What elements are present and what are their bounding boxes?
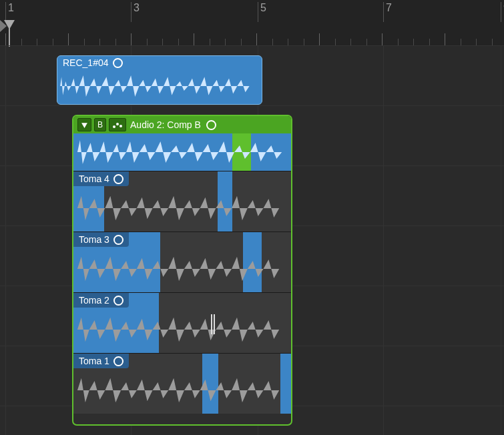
take-row[interactable]: Toma 4 bbox=[73, 171, 291, 232]
comp-selector-button[interactable]: B bbox=[94, 118, 106, 131]
loop-icon bbox=[113, 356, 123, 366]
tracks-area[interactable]: REC_1#04 B Audio 2: Comp B bbox=[0, 45, 504, 435]
svg-point-1 bbox=[116, 123, 119, 125]
ruler-bar-number: 1 bbox=[8, 2, 14, 14]
audio-region-rec1[interactable]: REC_1#04 bbox=[57, 55, 262, 105]
region-label: REC_1#04 bbox=[63, 57, 109, 68]
disclosure-triangle-icon[interactable] bbox=[77, 118, 91, 131]
ruler-bar-number: 5 bbox=[260, 2, 266, 14]
timeline-ruler[interactable]: 13579 bbox=[0, 0, 504, 45]
waveform bbox=[73, 251, 291, 287]
take-folder-header[interactable]: B Audio 2: Comp B bbox=[73, 116, 291, 133]
loop-icon bbox=[113, 174, 123, 184]
waveform bbox=[73, 312, 291, 348]
waveform bbox=[73, 190, 291, 226]
loop-icon bbox=[206, 120, 216, 130]
take-label: Toma 3 bbox=[73, 232, 129, 247]
comp-track[interactable] bbox=[73, 133, 291, 171]
take-label: Toma 1 bbox=[73, 354, 129, 368]
loop-icon bbox=[113, 235, 123, 245]
quick-swipe-icon[interactable] bbox=[109, 118, 126, 131]
edit-cursor-icon[interactable] bbox=[211, 314, 215, 334]
svg-point-0 bbox=[113, 125, 115, 128]
take-folder-title: Audio 2: Comp B bbox=[130, 119, 201, 130]
ruler-bar-number: 7 bbox=[386, 2, 392, 14]
playhead[interactable] bbox=[4, 20, 15, 29]
waveform bbox=[73, 372, 291, 408]
take-row[interactable]: Toma 1 bbox=[73, 353, 291, 414]
loop-icon bbox=[113, 296, 123, 306]
take-folder[interactable]: B Audio 2: Comp B Toma 4Toma 3Toma 2Toma… bbox=[72, 115, 292, 426]
take-row[interactable]: Toma 3 bbox=[73, 232, 291, 292]
loop-icon bbox=[113, 58, 123, 68]
ruler-bar-number: 3 bbox=[134, 2, 140, 14]
svg-point-2 bbox=[119, 125, 122, 127]
take-row[interactable]: Toma 2 bbox=[73, 292, 291, 353]
take-label: Toma 2 bbox=[73, 293, 129, 308]
take-label: Toma 4 bbox=[73, 171, 129, 186]
